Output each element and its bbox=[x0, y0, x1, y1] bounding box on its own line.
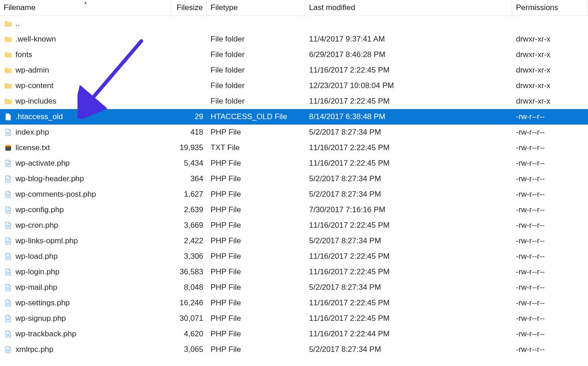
php-icon bbox=[4, 345, 13, 354]
folder-icon bbox=[4, 81, 13, 90]
column-header-filetype[interactable]: Filetype bbox=[207, 0, 305, 16]
cell-filename: wp-mail.php bbox=[0, 280, 171, 295]
cell-filetype: PHP File bbox=[207, 249, 305, 264]
cell-filetype: TXT File bbox=[207, 140, 305, 156]
cell-filetype: PHP File bbox=[207, 171, 305, 187]
filename-text: wp-links-opml.php bbox=[15, 236, 78, 246]
cell-filetype: PHP File bbox=[207, 295, 305, 311]
file-row[interactable]: wp-cron.php3,669PHP File11/16/2017 2:22:… bbox=[0, 218, 588, 233]
cell-filesize: 16,246 bbox=[171, 295, 207, 311]
cell-filesize bbox=[171, 78, 207, 94]
cell-filename: wp-config.php bbox=[0, 202, 171, 218]
filename-text: wp-settings.php bbox=[15, 298, 70, 308]
column-label: Filename bbox=[4, 3, 36, 12]
column-header-filename[interactable]: ▴ Filename bbox=[0, 0, 171, 16]
cell-filetype: PHP File bbox=[207, 187, 305, 202]
sort-asc-icon: ▴ bbox=[84, 0, 87, 5]
file-row[interactable]: wp-contentFile folder12/23/2017 10:08:04… bbox=[0, 78, 588, 94]
file-row[interactable]: wp-blog-header.php364PHP File5/2/2017 8:… bbox=[0, 171, 588, 187]
cell-filename: wp-blog-header.php bbox=[0, 171, 171, 187]
php-icon bbox=[4, 252, 13, 261]
file-row[interactable]: wp-signup.php30,071PHP File11/16/2017 2:… bbox=[0, 311, 588, 326]
cell-permissions: -rw-r--r-- bbox=[512, 187, 588, 202]
cell-filesize bbox=[171, 63, 207, 78]
cell-filesize bbox=[171, 94, 207, 109]
column-label: Permissions bbox=[516, 3, 558, 12]
file-row[interactable]: wp-comments-post.php1,627PHP File5/2/201… bbox=[0, 187, 588, 202]
cell-permissions: -rw-r--r-- bbox=[512, 264, 588, 280]
column-header-permissions[interactable]: Permissions bbox=[512, 0, 588, 16]
cell-filetype: PHP File bbox=[207, 156, 305, 171]
cell-permissions bbox=[512, 16, 588, 31]
file-row[interactable]: index.php418PHP File5/2/2017 8:27:34 PM-… bbox=[0, 125, 588, 140]
cell-permissions: -rw-r--r-- bbox=[512, 326, 588, 342]
file-row[interactable]: xmlrpc.php3,065PHP File5/2/2017 8:27:34 … bbox=[0, 342, 588, 357]
filename-text: wp-load.php bbox=[15, 252, 58, 261]
cell-filename: wp-activate.php bbox=[0, 156, 171, 171]
cell-last-modified: 11/16/2017 2:22:45 PM bbox=[305, 249, 512, 264]
filename-text: wp-trackback.php bbox=[15, 329, 76, 339]
filename-text: .. bbox=[15, 19, 20, 28]
php-icon bbox=[4, 205, 13, 214]
cell-filename: fonts bbox=[0, 47, 171, 63]
file-row[interactable]: wp-trackback.php4,620PHP File11/16/2017 … bbox=[0, 326, 588, 342]
cell-filesize: 29 bbox=[171, 109, 207, 125]
file-row[interactable]: wp-includesFile folder11/16/2017 2:22:45… bbox=[0, 94, 588, 109]
cell-filename: wp-links-opml.php bbox=[0, 233, 171, 249]
txt-icon bbox=[4, 143, 13, 152]
filename-text: xmlrpc.php bbox=[15, 345, 53, 354]
cell-last-modified bbox=[305, 16, 512, 31]
filename-text: wp-activate.php bbox=[15, 159, 70, 168]
file-row[interactable]: wp-settings.php16,246PHP File11/16/2017 … bbox=[0, 295, 588, 311]
cell-permissions: -rw-r--r-- bbox=[512, 249, 588, 264]
cell-permissions: -rw-r--r-- bbox=[512, 280, 588, 295]
cell-filesize: 4,620 bbox=[171, 326, 207, 342]
remote-file-list[interactable]: ▴ Filename Filesize Filetype Last modifi… bbox=[0, 0, 588, 357]
column-header-last-modified[interactable]: Last modified bbox=[305, 0, 512, 16]
cell-filename: wp-includes bbox=[0, 94, 171, 109]
cell-last-modified: 11/16/2017 2:22:45 PM bbox=[305, 63, 512, 78]
file-row[interactable]: .well-knownFile folder11/4/2017 9:37:41 … bbox=[0, 31, 588, 47]
column-header-row: ▴ Filename Filesize Filetype Last modifi… bbox=[0, 0, 588, 16]
file-row[interactable]: .htaccess_old29HTACCESS_OLD File8/14/201… bbox=[0, 109, 588, 125]
filename-text: wp-content bbox=[15, 81, 53, 90]
file-row[interactable]: wp-login.php36,583PHP File11/16/2017 2:2… bbox=[0, 264, 588, 280]
file-row[interactable]: fontsFile folder6/29/2017 8:46:28 PMdrwx… bbox=[0, 47, 588, 63]
column-label: Filetype bbox=[211, 3, 238, 12]
folder-icon bbox=[4, 19, 13, 28]
folder-icon bbox=[4, 50, 13, 59]
cell-permissions: -rw-r--r-- bbox=[512, 125, 588, 140]
cell-filesize: 3,065 bbox=[171, 342, 207, 357]
php-icon bbox=[4, 298, 13, 308]
cell-permissions: -rw-r--r-- bbox=[512, 156, 588, 171]
file-row[interactable]: wp-mail.php8,048PHP File5/2/2017 8:27:34… bbox=[0, 280, 588, 295]
filename-text: wp-login.php bbox=[15, 267, 59, 277]
cell-last-modified: 11/16/2017 2:22:45 PM bbox=[305, 156, 512, 171]
file-row[interactable]: .. bbox=[0, 16, 588, 31]
filename-text: wp-includes bbox=[15, 97, 57, 106]
column-header-filesize[interactable]: Filesize bbox=[171, 0, 207, 16]
folder-icon bbox=[4, 35, 13, 44]
cell-filesize: 3,306 bbox=[171, 249, 207, 264]
cell-filetype: PHP File bbox=[207, 125, 305, 140]
php-icon bbox=[4, 283, 13, 292]
file-row[interactable]: wp-adminFile folder11/16/2017 2:22:45 PM… bbox=[0, 63, 588, 78]
cell-filetype: File folder bbox=[207, 78, 305, 94]
file-row[interactable]: wp-links-opml.php2,422PHP File5/2/2017 8… bbox=[0, 233, 588, 249]
file-row[interactable]: wp-load.php3,306PHP File11/16/2017 2:22:… bbox=[0, 249, 588, 264]
php-icon bbox=[4, 128, 13, 137]
cell-last-modified: 11/16/2017 2:22:45 PM bbox=[305, 295, 512, 311]
file-row[interactable]: license.txt19,935TXT File11/16/2017 2:22… bbox=[0, 140, 588, 156]
filename-text: wp-blog-header.php bbox=[15, 174, 84, 183]
cell-filesize bbox=[171, 16, 207, 31]
file-row[interactable]: wp-activate.php5,434PHP File11/16/2017 2… bbox=[0, 156, 588, 171]
file-row[interactable]: wp-config.php2,639PHP File7/30/2017 7:16… bbox=[0, 202, 588, 218]
cell-filesize: 5,434 bbox=[171, 156, 207, 171]
cell-last-modified: 11/16/2017 2:22:45 PM bbox=[305, 264, 512, 280]
folder-icon bbox=[4, 66, 13, 75]
cell-last-modified: 12/23/2017 10:08:04 PM bbox=[305, 78, 512, 94]
cell-permissions: -rw-r--r-- bbox=[512, 311, 588, 326]
cell-filename: .well-known bbox=[0, 31, 171, 47]
cell-filesize: 2,639 bbox=[171, 202, 207, 218]
cell-last-modified: 5/2/2017 8:27:34 PM bbox=[305, 342, 512, 357]
